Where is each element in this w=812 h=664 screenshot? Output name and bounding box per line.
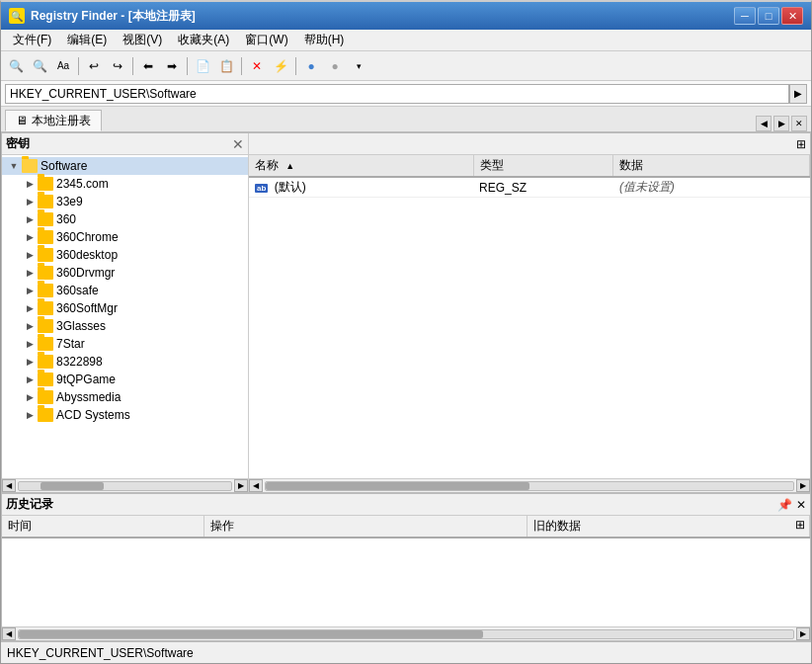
tree-expander-2345[interactable]: ▶ [22,176,38,192]
menu-help[interactable]: 帮助(H) [296,30,353,50]
app-icon: 🔍 [9,8,25,24]
tree-expander-360softmgr[interactable]: ▶ [22,300,38,316]
tree-expander-360safe[interactable]: ▶ [22,283,38,298]
toolbar-undo2[interactable]: ↪ [107,55,128,77]
maximize-button[interactable]: □ [758,7,779,25]
tree-item-7star[interactable]: ▶ 7Star [2,335,248,353]
address-go-button[interactable]: ▶ [789,84,807,104]
folder-icon-8322898 [38,355,53,369]
tree-expander-360desktop[interactable]: ▶ [22,247,38,263]
tree-item-acdsystems[interactable]: ▶ ACD Systems [2,406,248,424]
col-operation-header[interactable]: 操作 [203,516,527,538]
tab-prev-button[interactable]: ◀ [756,116,771,131]
folder-icon-3glasses [38,319,53,333]
tree-expander-software[interactable]: ▼ [6,158,22,174]
tree-expander-9tqpgame[interactable]: ▶ [22,372,38,387]
toolbar-circle1[interactable]: ● [300,55,322,77]
menu-edit[interactable]: 编辑(E) [59,30,115,50]
toolbar-back[interactable]: ⬅ [137,55,159,77]
tree-item-360softmgr[interactable]: ▶ 360SoftMgr [2,299,248,317]
tree-item-abyssmedia[interactable]: ▶ Abyssmedia [2,388,248,406]
tab-local-registry[interactable]: 🖥 本地注册表 [5,110,102,131]
tree-expander-33e9[interactable]: ▶ [22,194,38,209]
right-panel-grid-btn[interactable]: ⊞ [796,137,806,151]
tree-expander-360[interactable]: ▶ [22,211,38,227]
tree-item-33e9[interactable]: ▶ 33e9 [2,193,248,210]
history-hscroll-left[interactable]: ◀ [2,627,16,640]
tree-label-9tqpgame: 9tQPGame [56,373,116,386]
toolbar-run[interactable]: ⚡ [270,55,291,77]
tree-item-360desktop[interactable]: ▶ 360desktop [2,246,248,264]
left-panel-hscroll[interactable]: ◀ ▶ [2,478,248,492]
tab-navigation: ◀ ▶ ✕ [756,116,807,131]
history-hscroll-right[interactable]: ▶ [796,627,810,640]
menu-favorites[interactable]: 收藏夹(A) [170,30,237,50]
right-header-spacer [253,137,256,151]
tree-container[interactable]: ▼ Software ▶ 2345.com ▶ [2,155,248,478]
history-grid-btn[interactable]: ⊞ [795,518,805,532]
tree-expander-360chrome[interactable]: ▶ [22,229,38,245]
hscroll-right-btn[interactable]: ▶ [234,479,248,492]
tree-item-360safe[interactable]: ▶ 360safe [2,282,248,299]
menu-view[interactable]: 视图(V) [115,30,170,50]
menu-window[interactable]: 窗口(W) [237,30,295,50]
tab-close-button[interactable]: ✕ [791,116,807,131]
tree-expander-abyssmedia[interactable]: ▶ [22,389,38,405]
menu-file[interactable]: 文件(F) [5,30,59,50]
status-bar: HKEY_CURRENT_USER\Software [1,641,811,663]
folder-icon-7star [38,337,53,351]
tree-label-360chrome: 360Chrome [56,230,119,244]
window-title: Registry Finder - [本地注册表] [31,8,196,25]
tree-expander-7star[interactable]: ▶ [22,336,38,352]
col-type-header[interactable]: 类型 [473,155,613,177]
minimize-button[interactable]: ─ [734,7,756,25]
toolbar-search1[interactable]: 🔍 [5,55,27,77]
tree-item-8322898[interactable]: ▶ 8322898 [2,353,248,371]
close-button[interactable]: ✕ [781,7,803,25]
toolbar-copy1[interactable]: 📄 [192,55,213,77]
tree-item-9tqpgame[interactable]: ▶ 9tQPGame [2,371,248,388]
left-panel: 密钥 ✕ ▼ Software ▶ [2,133,249,492]
tree-item-360drvmgr[interactable]: ▶ 360Drvmgr [2,264,248,282]
left-panel-close[interactable]: ✕ [232,136,244,152]
tree-item-2345[interactable]: ▶ 2345.com [2,175,248,193]
tree-item-360[interactable]: ▶ 360 [2,210,248,228]
tree-label-360: 360 [56,212,76,226]
toolbar-dropdown[interactable]: ▾ [348,55,369,77]
toolbar-undo1[interactable]: ↩ [83,55,105,77]
tree-expander-3glasses[interactable]: ▶ [22,318,38,334]
col-name-header[interactable]: 名称 ▲ [249,155,473,177]
col-olddata-header[interactable]: 旧的数据 ⊞ [527,516,809,538]
col-data-header[interactable]: 数据 [613,155,810,177]
tree-expander-acdsystems[interactable]: ▶ [22,407,38,423]
tree-expander-8322898[interactable]: ▶ [22,354,38,370]
toolbar-circle2[interactable]: ● [324,55,346,77]
tree-label-software: Software [41,159,87,173]
history-pin-btn[interactable]: 📌 [777,498,792,512]
toolbar-font[interactable]: Aa [52,55,74,77]
hscroll-right-right-btn[interactable]: ▶ [796,479,810,492]
tree-expander-360drvmgr[interactable]: ▶ [22,265,38,281]
table-row[interactable]: ab (默认) REG_SZ (值未设置) [249,177,810,198]
address-input[interactable] [5,84,789,104]
toolbar-search2[interactable]: 🔍 [29,55,50,77]
hscroll-track-left[interactable] [18,481,232,491]
toolbar-forward[interactable]: ➡ [161,55,183,77]
col-time-header[interactable]: 时间 [2,516,203,538]
history-title: 历史记录 [6,496,53,513]
hscroll-right-left-btn[interactable]: ◀ [249,479,263,492]
hscroll-track-right[interactable] [265,481,794,491]
tree-label-360safe: 360safe [56,284,99,297]
right-panel-hscroll[interactable]: ◀ ▶ [249,478,810,492]
history-hscroll[interactable]: ◀ ▶ [2,626,810,640]
toolbar-delete[interactable]: ✕ [246,55,268,77]
toolbar-copy2[interactable]: 📋 [215,55,237,77]
history-close-btn[interactable]: ✕ [796,498,806,512]
tab-next-button[interactable]: ▶ [773,116,789,131]
tree-item-software[interactable]: ▼ Software [2,157,248,175]
history-hscroll-track[interactable] [18,629,794,639]
hscroll-left-btn[interactable]: ◀ [2,479,16,492]
tree-item-360chrome[interactable]: ▶ 360Chrome [2,228,248,246]
history-panel: 历史记录 📌 ✕ 时间 操作 [2,492,810,640]
tree-item-3glasses[interactable]: ▶ 3Glasses [2,317,248,335]
